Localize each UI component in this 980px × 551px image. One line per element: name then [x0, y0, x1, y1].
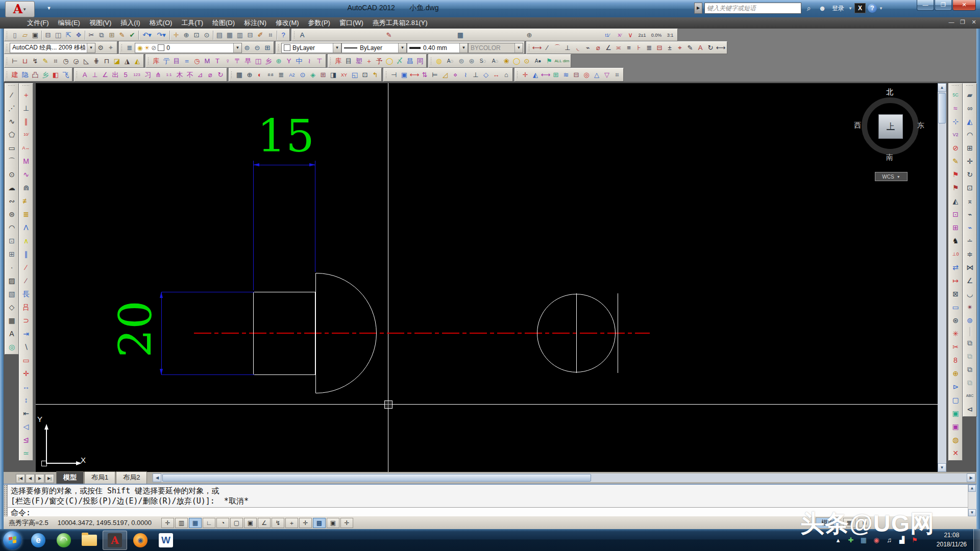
toolbar-icon[interactable]: ◪	[112, 56, 122, 66]
chamfer-icon[interactable]: ∠	[964, 274, 976, 287]
dim-arc-length-icon[interactable]: ⌒	[552, 43, 562, 53]
toolbar-icon[interactable]: ≀	[304, 56, 314, 66]
toolbar-icon[interactable]: ⊹	[949, 115, 962, 128]
toolbar-icon[interactable]: 8:8	[265, 70, 276, 80]
polyline-icon[interactable]: ∿	[6, 115, 18, 128]
application-menu-button[interactable]: A ▼	[5, 1, 35, 17]
toolbar-icon[interactable]: ⟷	[409, 70, 420, 80]
toolbar-grip[interactable]	[966, 85, 974, 87]
lwt-toggle[interactable]: ＋	[285, 518, 298, 528]
toolbar-icon[interactable]: ⟷	[541, 70, 551, 80]
menu-modify[interactable]: 修改(M)	[271, 17, 304, 29]
toolbar-icon[interactable]: ≃	[20, 446, 32, 460]
toolbar-icon[interactable]: ◁	[20, 420, 32, 433]
layer-freeze-icon[interactable]: ☀	[144, 44, 150, 52]
search-icon[interactable]: ⌕	[803, 3, 815, 13]
toolbar-icon[interactable]: ⊤	[314, 56, 325, 66]
toolbar-icon[interactable]: ▭	[949, 300, 962, 314]
toolbar-icon[interactable]: 库	[151, 56, 161, 66]
first-tab-icon[interactable]: |◀	[16, 474, 25, 483]
command-history[interactable]: 选择要修剪的对象，或按住 Shift 键选择要延伸的对象，或 [栏选(F)/窗交…	[8, 485, 968, 507]
scroll-up-icon[interactable]: ▲	[938, 83, 946, 92]
copy-object-icon[interactable]: ∞	[964, 102, 976, 115]
new-file-icon[interactable]: ▯	[10, 30, 20, 40]
toolbar-icon[interactable]: ⌗	[612, 70, 622, 80]
vertical-scroll-track[interactable]	[938, 124, 946, 463]
toolbar-icon[interactable]: ⊞	[949, 221, 962, 234]
toolbar-icon[interactable]: ∕	[20, 274, 32, 287]
toolbar-icon[interactable]: ◎	[581, 70, 592, 80]
arc-icon[interactable]: ⌒	[6, 155, 18, 168]
toolbar-icon[interactable]: △	[592, 70, 602, 80]
toolbar-icon[interactable]: ↰	[370, 70, 380, 80]
workspace-combo[interactable]: AutoCAD 经典... 2009 移植▼	[10, 43, 95, 53]
next-tab-icon[interactable]: ▶	[35, 474, 44, 483]
3d-dwf-icon[interactable]: ❖	[74, 30, 84, 40]
toolbar-icon[interactable]: ＝	[182, 56, 192, 66]
all-dim-icon[interactable]: ALL dim	[554, 56, 570, 66]
vertical-scroll-thumb[interactable]	[938, 93, 946, 123]
scroll-up-icon[interactable]: ▲	[968, 485, 976, 492]
toolbar-icon[interactable]: ✂	[949, 340, 962, 354]
show-desktop-button[interactable]	[973, 529, 980, 551]
scale-icon[interactable]: ⊡	[964, 181, 976, 194]
toolbar-icon[interactable]: 木	[175, 70, 185, 80]
toolbar-icon[interactable]: ▣	[399, 70, 409, 80]
toolbar-icon[interactable]: ♀	[223, 56, 233, 66]
toolbar-icon[interactable]: ≣	[20, 208, 32, 221]
menu-draw[interactable]: 绘图(D)	[208, 17, 239, 29]
toolbar-icon[interactable]: ⇤	[20, 407, 32, 420]
toolbar-icon[interactable]: ◱	[350, 70, 360, 80]
tab-model[interactable]: 模型	[56, 471, 84, 484]
toolbar-icon[interactable]: ◷	[192, 56, 202, 66]
toolbar-icon[interactable]: 乡	[40, 70, 51, 80]
hatch-icon[interactable]: ▨	[6, 274, 18, 287]
menu-view[interactable]: 视图(V)	[85, 17, 116, 29]
toolbar-icon[interactable]: ∿	[20, 168, 32, 181]
open-file-icon[interactable]: ▱	[20, 30, 30, 40]
toolbar-icon[interactable]: S◌	[477, 56, 489, 66]
command-scrollbar[interactable]: ▲ ▼	[968, 485, 976, 516]
offset-icon[interactable]: ◠	[964, 128, 976, 141]
group-icon[interactable]: ◎	[6, 340, 18, 354]
infocenter-expand-button[interactable]: ▶	[694, 3, 702, 14]
toolbar-icon[interactable]: 习	[143, 70, 153, 80]
toolbar-icon[interactable]: ⊕	[244, 70, 255, 80]
doc-restore-button[interactable]: ❐	[959, 19, 967, 26]
gradient-icon[interactable]: ▧	[6, 287, 18, 300]
doc-minimize-button[interactable]: —	[947, 19, 955, 26]
minimize-button[interactable]: —	[917, 0, 934, 11]
layer-properties-icon[interactable]: ≣	[125, 43, 135, 53]
help-dropdown-icon[interactable]: ▼	[879, 6, 883, 11]
canvas-vertical-scrollbar[interactable]: ▲ ▼	[938, 83, 946, 472]
toolbar-icon[interactable]: ◭	[949, 194, 962, 208]
orbit-icon[interactable]: ⊚	[964, 314, 976, 327]
sheet-set-icon[interactable]: ⊟	[245, 30, 255, 40]
toolbar-icon[interactable]: ◶	[71, 56, 81, 66]
toolbar-icon[interactable]: ⊙	[298, 70, 308, 80]
toolbar-icon[interactable]: ≋	[561, 70, 571, 80]
toolbar-icon[interactable]: ∥	[20, 247, 32, 261]
toolbar-icon[interactable]: ▣	[949, 420, 962, 433]
tpy-toggle[interactable]: ✛	[299, 518, 312, 528]
toolbar-icon[interactable]: ↔	[491, 70, 501, 80]
toolbar-icon[interactable]: ↕	[20, 393, 32, 407]
toolbar-icon[interactable]: ∖	[20, 340, 32, 354]
toolbar-icon[interactable]: ◷	[61, 56, 71, 66]
canvas-horizontal-scrollbar[interactable]: ◀ ▶	[153, 473, 975, 482]
toolbar-icon[interactable]: ◈	[308, 70, 318, 80]
dyn-toggle[interactable]: ↯	[272, 518, 284, 528]
toolbar-icon[interactable]: A●	[532, 56, 544, 66]
toolbar-icon[interactable]: ✎	[40, 56, 51, 66]
toolbar-icon[interactable]: ◧	[51, 70, 61, 80]
coordinates-readout[interactable]: 10004.3472, 1495.5197, 0.0000	[58, 519, 152, 527]
snap-toggle[interactable]: ✛	[161, 518, 174, 528]
toolbar-icon[interactable]: 飞	[61, 70, 71, 80]
toolbar-icon[interactable]: ⊡	[360, 70, 370, 80]
compass-west-label[interactable]: 西	[854, 121, 861, 130]
toolbar-icon[interactable]: XY	[338, 70, 350, 80]
toolbar-icon[interactable]: 1:1	[163, 70, 175, 80]
mirror-icon[interactable]: ◭	[964, 115, 976, 128]
toolbar-icon[interactable]	[534, 30, 601, 40]
quick-access-dropdown[interactable]: ▼	[45, 4, 53, 12]
